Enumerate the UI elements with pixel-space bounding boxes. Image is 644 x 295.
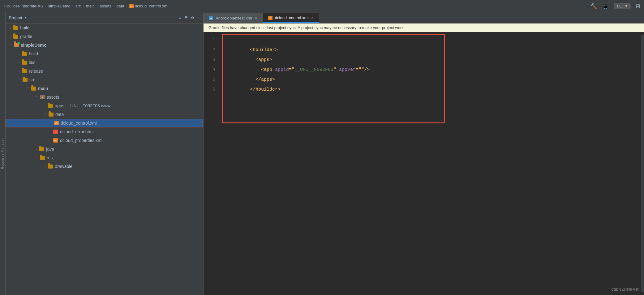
collapse-icon[interactable]: ≡ xyxy=(185,15,187,20)
code-tag: <app xyxy=(250,67,275,72)
code-content: <hbuilder> <apps> <app appid="__UNI__F09… xyxy=(219,35,641,292)
settings-icon[interactable]: ⚙ xyxy=(191,15,194,20)
close-tab-androidmanifest[interactable]: ✕ xyxy=(255,16,258,20)
code-tag: </hbuilder> xyxy=(250,87,281,92)
tree-item-main[interactable]: ˅ main xyxy=(6,84,203,93)
folder-icon xyxy=(13,35,18,39)
tree-item-dcloud-control[interactable]: </> dcloud_control.xml xyxy=(6,119,203,127)
locate-icon[interactable]: ⊕ xyxy=(178,15,181,20)
code-line-3: <app appid="__UNI__F092F03" appver=""/> xyxy=(222,55,641,65)
tree-item-release[interactable]: › release xyxy=(6,67,203,75)
top-breadcrumb-bar: HBuilder-Integrate-AS › simpleDemo › src… xyxy=(0,0,644,12)
folder-icon xyxy=(22,69,27,73)
breadcrumb-data[interactable]: data xyxy=(116,4,124,8)
line-num-5: 5 xyxy=(204,75,215,85)
tree-item-drawable[interactable]: › drawable xyxy=(6,162,203,171)
tabs-bar: MF AndroidManifest.xml ✕ </> dcloud_cont… xyxy=(204,12,644,24)
tree-item-dcloud-properties[interactable]: </> dcloud_properties.xml xyxy=(6,136,203,145)
tab-dcloud-control[interactable]: </> dcloud_control.xml ✕ xyxy=(263,13,319,23)
chevron-right-icon: › xyxy=(19,61,19,64)
folder-icon xyxy=(48,104,53,108)
chevron-right-icon: › xyxy=(10,26,11,30)
line-num-4: 4 xyxy=(204,65,215,75)
sep2: › xyxy=(72,4,74,8)
sep3: › xyxy=(83,4,84,8)
tree-item-gradle[interactable]: › gradle xyxy=(6,32,203,41)
code-line-5: </hbuilder> xyxy=(222,75,641,85)
folder-icon xyxy=(22,61,27,65)
line-num-6: 6 xyxy=(204,85,215,95)
folder-icon xyxy=(31,87,36,91)
code-tag: <apps> xyxy=(250,57,272,62)
breadcrumb-hbuilder[interactable]: HBuilder-Integrate-AS xyxy=(4,4,43,8)
sep1: › xyxy=(45,4,46,8)
device-selector[interactable]: 111 ▼ xyxy=(614,3,631,9)
watermark: CSDN @即墨丹青 xyxy=(612,287,639,292)
folder-icon xyxy=(40,156,45,160)
chevron-down-icon: ˅ xyxy=(45,113,46,116)
tree-item-java[interactable]: › java xyxy=(6,145,203,153)
build-icon[interactable]: 🔨 xyxy=(590,3,597,10)
breadcrumb-main[interactable]: main xyxy=(86,4,95,8)
project-header-icons: ⊕ ≡ ⚙ — xyxy=(178,15,200,20)
tree-item-dcloud-error[interactable]: H dcloud_error.html xyxy=(6,127,203,136)
folder-icon xyxy=(22,52,27,56)
chevron-down-icon: ˅ xyxy=(36,156,37,160)
code-attr: appid xyxy=(275,67,289,72)
window-icon[interactable]: ⊞ xyxy=(636,3,640,10)
code-tag: </apps> xyxy=(250,77,275,82)
code-editor[interactable]: 1 2 3 4 5 6 <hbuilder> <apps> <app ap xyxy=(204,32,644,295)
toolbar-icons: 🔨 📱 111 ▼ ⊞ xyxy=(590,3,640,10)
tree-item-assets[interactable]: ˅ ≡ assets xyxy=(6,93,203,101)
resource-manager-tab[interactable]: Resource Manager xyxy=(0,12,6,295)
folder-icon xyxy=(48,165,53,169)
chevron-down-icon: ˅ xyxy=(19,78,20,82)
tree-item-simpledemo[interactable]: ˅ simpleDemo xyxy=(6,41,203,49)
close-panel-icon[interactable]: — xyxy=(198,15,200,20)
tree-item-res[interactable]: ˅ res xyxy=(6,153,203,162)
line-num-1: 1 xyxy=(204,35,215,45)
breadcrumb-src[interactable]: src xyxy=(75,4,81,8)
xml-breadcrumb-icon: </> xyxy=(129,4,134,8)
folder-icon xyxy=(13,26,18,30)
tree-item-libs[interactable]: › libs xyxy=(6,58,203,67)
xml-tab-icon: </> xyxy=(268,16,273,20)
chevron-right-icon: › xyxy=(45,104,45,108)
tree-item-apps-www[interactable]: › apps.__UNI__F092F03.www xyxy=(6,101,203,110)
project-chevron[interactable]: ▼ xyxy=(25,16,27,19)
chevron-down-icon: ˅ xyxy=(36,96,37,99)
close-tab-dcloud-control[interactable]: ✕ xyxy=(311,16,314,20)
editor-scrollbar[interactable] xyxy=(641,35,644,292)
sep6: › xyxy=(126,4,127,8)
folder-icon xyxy=(49,113,54,117)
code-line-6 xyxy=(222,85,641,95)
chevron-right-icon: › xyxy=(19,52,19,56)
breadcrumb-assets[interactable]: assets xyxy=(100,4,111,8)
tab-androidmanifest[interactable]: MF AndroidManifest.xml ✕ xyxy=(204,13,263,23)
tree-item-build-root[interactable]: › build xyxy=(6,24,203,32)
project-panel: Project ▼ ⊕ ≡ ⚙ — › build › gradle xyxy=(6,12,204,295)
code-attr: appver xyxy=(339,67,356,72)
chevron-down-icon: ˅ xyxy=(27,87,29,90)
chevron-right-icon: › xyxy=(36,148,37,151)
line-num-2: 2 xyxy=(204,45,215,55)
project-panel-header: Project ▼ ⊕ ≡ ⚙ — xyxy=(6,12,203,24)
breadcrumb-file: </> dcloud_control.xml xyxy=(129,4,168,8)
chevron-right-icon: › xyxy=(10,35,11,38)
project-title: Project xyxy=(9,15,22,20)
sep4: › xyxy=(97,4,98,8)
mf-icon: MF xyxy=(209,16,213,20)
code-attr-value: __UNI__F092F03 xyxy=(294,67,333,72)
code-line-1: <hbuilder> xyxy=(222,35,641,45)
line-num-3: 3 xyxy=(204,55,215,65)
tree-item-data[interactable]: ˅ data xyxy=(6,110,203,119)
folder-icon xyxy=(39,147,44,151)
tree-item-build-inner[interactable]: › build xyxy=(6,49,203,58)
code-line-2: <apps> xyxy=(222,45,641,55)
sep5: › xyxy=(113,4,114,8)
breadcrumb-simpledemo[interactable]: simpleDemo xyxy=(48,4,71,8)
android-icon[interactable]: 📱 xyxy=(602,3,609,10)
green-status-dot xyxy=(18,42,20,44)
tree-item-src[interactable]: ˅ src xyxy=(6,75,203,84)
assets-icon: ≡ xyxy=(40,95,45,99)
